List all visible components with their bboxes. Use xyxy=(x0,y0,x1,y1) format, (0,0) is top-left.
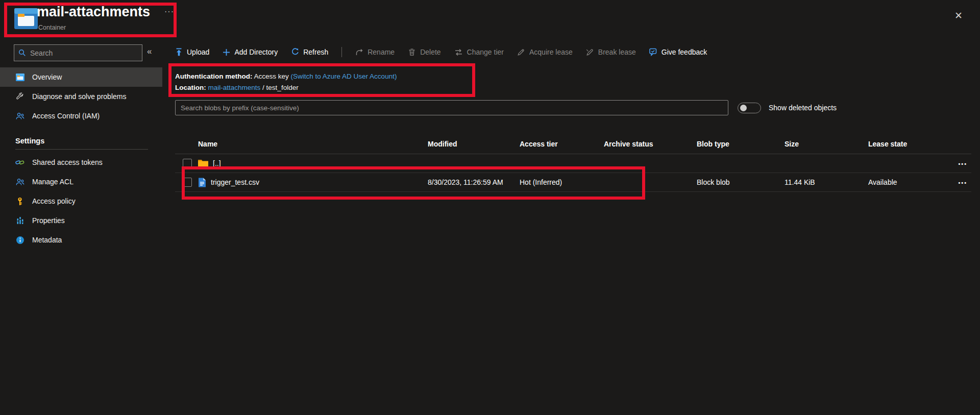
toggle-knob xyxy=(740,105,747,111)
sidebar-item-access-policy[interactable]: Access policy xyxy=(0,191,162,211)
page-subtitle: Container xyxy=(38,24,66,31)
container-blade: mail-attachments Container ··· ✕ « Overv… xyxy=(0,0,980,415)
sidebar-item-label: Diagnose and solve problems xyxy=(32,92,126,101)
sidebar-item-label: Manage ACL xyxy=(32,178,74,186)
sliders-icon xyxy=(15,216,24,225)
sidebar-search-box[interactable] xyxy=(14,44,142,61)
location-line: Location: mail-attachments / test_folder xyxy=(175,82,397,93)
sidebar-item-properties[interactable]: Properties xyxy=(0,211,162,230)
auth-method-value: Access key xyxy=(254,72,289,80)
delete-label: Delete xyxy=(420,48,440,56)
column-header-name[interactable]: Name xyxy=(198,140,428,148)
blob-prefix-search-input[interactable] xyxy=(181,104,723,112)
row-more-menu-icon[interactable]: ••• xyxy=(958,180,967,186)
sidebar-item-metadata[interactable]: Metadata xyxy=(0,230,162,250)
show-deleted-toggle[interactable] xyxy=(738,103,761,113)
auth-method-line: Authentication method: Access key (Switc… xyxy=(175,71,397,82)
swap-arrows-icon xyxy=(454,48,463,56)
column-header-lease-state[interactable]: Lease state xyxy=(868,140,952,148)
rename-icon xyxy=(355,48,363,56)
search-icon xyxy=(18,49,26,57)
sidebar-item-access-control[interactable]: Access Control (IAM) xyxy=(0,106,162,126)
column-header-archive-status[interactable]: Archive status xyxy=(604,140,697,148)
auth-method-label: Authentication method: xyxy=(175,72,253,80)
people-icon xyxy=(15,111,24,120)
file-icon xyxy=(198,178,206,187)
blob-table: Name Modified Access tier Archive status… xyxy=(175,134,971,192)
give-feedback-button[interactable]: Give feedback xyxy=(649,48,707,56)
column-header-modified[interactable]: Modified xyxy=(428,140,520,148)
delete-button[interactable]: Delete xyxy=(408,48,440,56)
info-icon xyxy=(15,235,24,245)
command-bar: Upload Add Directory Refresh Rename Del xyxy=(175,44,707,60)
sidebar-item-overview[interactable]: Overview xyxy=(0,67,162,87)
sidebar-item-manage-acl[interactable]: Manage ACL xyxy=(0,172,162,191)
toolbar-separator xyxy=(341,47,342,57)
refresh-button[interactable]: Refresh xyxy=(291,48,328,56)
change-tier-label: Change tier xyxy=(467,48,504,56)
refresh-icon xyxy=(291,48,299,56)
give-feedback-label: Give feedback xyxy=(662,48,707,56)
location-container-link[interactable]: mail-attachments xyxy=(208,84,261,91)
sidebar-item-label: Overview xyxy=(32,73,62,81)
upload-button[interactable]: Upload xyxy=(175,48,209,56)
row-more-menu-icon[interactable]: ••• xyxy=(958,161,967,167)
show-deleted-label: Show deleted objects xyxy=(769,104,837,112)
table-row-parent-folder[interactable]: [..] ••• xyxy=(175,154,971,173)
location-folder: test_folder xyxy=(266,84,299,91)
break-lease-label: Break lease xyxy=(598,48,636,56)
sidebar-item-label: Metadata xyxy=(32,236,62,244)
folder-icon xyxy=(198,159,208,167)
lease-pen-icon xyxy=(517,48,525,56)
row-checkbox[interactable] xyxy=(183,159,192,168)
blob-prefix-search-box[interactable] xyxy=(175,100,728,115)
sidebar-search-input[interactable] xyxy=(30,49,132,57)
rename-button[interactable]: Rename xyxy=(355,48,395,56)
key-icon xyxy=(15,197,24,206)
cell-lease-state: Available xyxy=(868,178,952,186)
settings-section-header: Settings xyxy=(15,134,162,148)
cell-size: 11.44 KiB xyxy=(785,178,868,186)
location-separator: / xyxy=(262,84,264,91)
add-directory-label: Add Directory xyxy=(234,48,278,56)
upload-label: Upload xyxy=(187,48,209,56)
refresh-label: Refresh xyxy=(303,48,328,56)
change-tier-button[interactable]: Change tier xyxy=(454,48,504,56)
title-more-button[interactable]: ··· xyxy=(164,7,174,16)
column-header-blob-type[interactable]: Blob type xyxy=(697,140,785,148)
column-header-access-tier[interactable]: Access tier xyxy=(520,140,604,148)
column-header-size[interactable]: Size xyxy=(785,140,868,148)
rename-label: Rename xyxy=(368,48,395,56)
container-icon xyxy=(14,8,38,29)
table-header-row: Name Modified Access tier Archive status… xyxy=(175,134,971,154)
sidebar-item-label: Shared access tokens xyxy=(32,158,103,166)
blob-name[interactable]: [..] xyxy=(213,159,221,167)
location-label: Location: xyxy=(175,84,206,91)
sidebar-item-diagnose[interactable]: Diagnose and solve problems xyxy=(0,87,162,106)
upload-icon xyxy=(175,48,183,56)
settings-divider xyxy=(15,149,148,150)
close-icon[interactable]: ✕ xyxy=(950,7,967,23)
add-directory-button[interactable]: Add Directory xyxy=(223,48,278,56)
cell-modified: 8/30/2023, 11:26:59 AM xyxy=(428,178,520,186)
blob-name[interactable]: trigger_test.csv xyxy=(211,178,259,186)
plus-icon xyxy=(223,48,230,56)
switch-auth-link[interactable]: (Switch to Azure AD User Account) xyxy=(291,72,397,80)
break-lease-pen-icon xyxy=(586,48,594,56)
acquire-lease-button[interactable]: Acquire lease xyxy=(517,48,573,56)
wrench-icon xyxy=(15,92,24,101)
page-title: mail-attachments xyxy=(37,4,150,20)
break-lease-button[interactable]: Break lease xyxy=(586,48,636,56)
trash-icon xyxy=(408,48,416,56)
sidebar-item-label: Access Control (IAM) xyxy=(32,112,100,120)
collapse-sidebar-icon[interactable]: « xyxy=(147,46,152,57)
feedback-icon xyxy=(649,48,657,56)
sidebar-item-shared-access-tokens[interactable]: Shared access tokens xyxy=(0,153,162,172)
cell-access-tier: Hot (Inferred) xyxy=(520,178,604,186)
overview-container-icon xyxy=(15,72,24,82)
link-icon xyxy=(15,158,24,167)
table-row-trigger-test-csv[interactable]: trigger_test.csv 8/30/2023, 11:26:59 AM … xyxy=(175,173,971,192)
row-checkbox[interactable] xyxy=(183,178,192,187)
sidebar-item-label: Access policy xyxy=(32,197,76,205)
sidebar-item-label: Properties xyxy=(32,216,65,225)
